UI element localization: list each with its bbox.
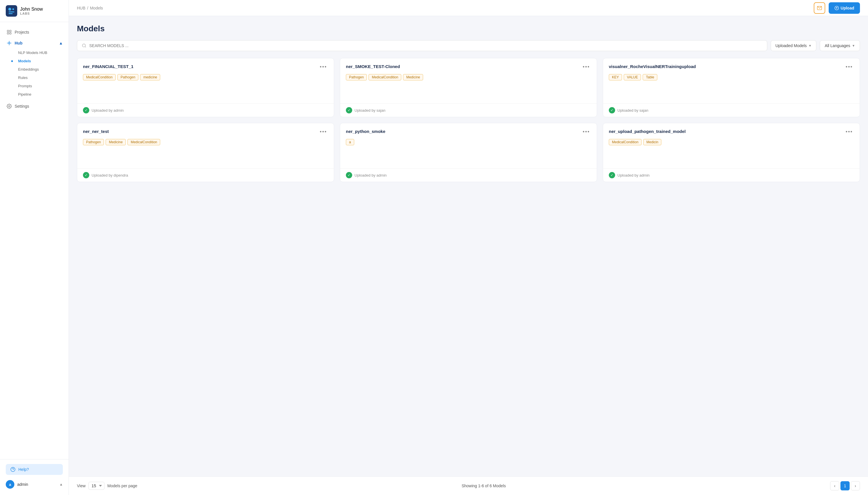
card-menu-button[interactable]: •••	[845, 129, 854, 135]
card-tags: KEYVALUETable	[609, 74, 854, 80]
model-card: ner_upload_pathogen_trained_model ••• Me…	[603, 123, 860, 182]
tag: Pathogen	[346, 74, 367, 80]
svg-rect-3	[8, 12, 14, 12]
card-menu-button[interactable]: •••	[318, 129, 328, 135]
sidebar-item-models-label: Models	[18, 59, 31, 63]
card-body: ner_FINANCIAL_TEST_1 ••• MedicalConditio…	[77, 58, 334, 103]
filter1-chevron-icon: ▼	[808, 44, 812, 47]
tag: Medicin	[643, 139, 661, 145]
logo-snow: Snow	[31, 6, 43, 12]
uploaded-by: Uploaded by dipendra	[91, 173, 128, 177]
card-footer: ✓ Uploaded by admin	[77, 103, 334, 117]
model-card: ner_FINANCIAL_TEST_1 ••• MedicalConditio…	[77, 58, 334, 117]
uploaded-models-filter[interactable]: Uploaded Models ▼	[771, 40, 817, 51]
sidebar-item-settings-label: Settings	[15, 104, 29, 108]
status-icon: ✓	[346, 107, 352, 114]
logo-icon	[6, 5, 17, 17]
toolbar: Uploaded Models ▼ All Languages ▼	[77, 40, 860, 51]
search-box	[77, 40, 767, 51]
status-icon: ✓	[83, 172, 89, 178]
card-spacer	[83, 145, 328, 163]
help-label: Help?	[18, 467, 29, 472]
tag: KEY	[609, 74, 622, 80]
card-title: ner_SMOKE_TEST-Cloned	[346, 64, 581, 69]
per-page-section: View 15 10 25 50 Models per page	[77, 482, 137, 490]
uploaded-by: Uploaded by sajan	[618, 108, 648, 113]
sidebar-item-models[interactable]: Models	[10, 57, 69, 65]
svg-point-20	[82, 44, 86, 47]
page-buttons: ‹ 1 ›	[830, 481, 860, 490]
help-icon	[10, 467, 16, 472]
card-menu-button[interactable]: •••	[581, 64, 591, 70]
card-spacer	[609, 80, 854, 98]
pagination-bar: View 15 10 25 50 Models per page Showing…	[69, 476, 868, 495]
user-chevron-icon: ▲	[59, 482, 63, 487]
card-footer: ✓ Uploaded by sajan	[603, 103, 860, 117]
all-languages-filter[interactable]: All Languages ▼	[820, 40, 860, 51]
card-menu-button[interactable]: •••	[318, 64, 328, 70]
card-body: ner_SMOKE_TEST-Cloned ••• PathogenMedica…	[340, 58, 597, 103]
status-icon: ✓	[346, 172, 352, 178]
card-body: ner_python_smoke ••• a	[340, 123, 597, 168]
tag: medicine	[140, 74, 160, 80]
card-menu-button[interactable]: •••	[845, 64, 854, 70]
sidebar-item-projects[interactable]: Projects	[0, 27, 69, 38]
card-tags: MedicalConditionPathogenmedicine	[83, 74, 328, 80]
card-menu-button[interactable]: •••	[581, 129, 591, 135]
sidebar-item-embeddings[interactable]: Embeddings	[10, 65, 69, 73]
breadcrumb: HUB / Models	[77, 6, 103, 10]
tag: Pathogen	[117, 74, 138, 80]
sidebar-item-prompts-label: Prompts	[18, 84, 32, 88]
user-avatar: a	[6, 480, 14, 489]
topbar-actions: Upload	[814, 2, 860, 14]
model-card: ner_python_smoke ••• a ✓ Uploaded by adm…	[340, 123, 597, 182]
model-grid: ner_FINANCIAL_TEST_1 ••• MedicalConditio…	[77, 58, 860, 182]
upload-label: Upload	[841, 6, 854, 10]
prev-page-button[interactable]: ‹	[830, 481, 839, 490]
sidebar-item-nlp-models-hub[interactable]: NLP Models HUB	[10, 49, 69, 57]
next-page-button[interactable]: ›	[851, 481, 860, 490]
page-1-button[interactable]: 1	[840, 481, 850, 490]
svg-rect-4	[8, 13, 13, 14]
card-tags: a	[346, 139, 591, 145]
help-button[interactable]: Help?	[6, 464, 63, 475]
tag: MedicalCondition	[609, 139, 642, 145]
card-footer: ✓ Uploaded by sajan	[340, 103, 597, 117]
svg-point-1	[8, 8, 11, 11]
sidebar-item-hub[interactable]: Hub ▲	[0, 38, 69, 49]
uploaded-models-label: Uploaded Models	[776, 44, 807, 48]
uploaded-by: Uploaded by admin	[91, 108, 124, 113]
page-title: Models	[77, 24, 860, 33]
model-card: ner_SMOKE_TEST-Cloned ••• PathogenMedica…	[340, 58, 597, 117]
breadcrumb-hub[interactable]: HUB	[77, 6, 86, 10]
uploaded-by: Uploaded by admin	[618, 173, 649, 177]
svg-rect-0	[6, 5, 17, 17]
card-body: ner_upload_pathogen_trained_model ••• Me…	[603, 123, 860, 168]
card-title: ner_ner_test	[83, 129, 318, 134]
email-icon	[817, 5, 822, 11]
card-spacer	[609, 145, 854, 163]
tag: MedicalCondition	[127, 139, 160, 145]
svg-point-9	[8, 42, 10, 44]
card-header: ner_ner_test •••	[83, 129, 328, 135]
tag: Table	[643, 74, 657, 80]
card-tags: PathogenMedicalConditionMedicine	[346, 74, 591, 80]
card-footer: ✓ Uploaded by dipendra	[77, 168, 334, 182]
sidebar-bottom: Help? a admin ▲	[0, 459, 69, 495]
per-page-select[interactable]: 15 10 25 50	[88, 482, 104, 490]
tag: Pathogen	[83, 139, 104, 145]
search-icon	[82, 44, 86, 48]
user-row[interactable]: a admin ▲	[6, 478, 63, 490]
hub-icon	[6, 40, 12, 46]
card-spacer	[346, 145, 591, 163]
card-body: visualner_RocheVisualNERTrainingupload •…	[603, 58, 860, 103]
svg-line-21	[85, 47, 86, 47]
sidebar-item-prompts[interactable]: Prompts	[10, 82, 69, 90]
hub-subnav: NLP Models HUB Models Embeddings Rules P…	[0, 49, 69, 99]
sidebar-item-settings[interactable]: Settings	[0, 101, 69, 112]
search-input[interactable]	[89, 44, 762, 48]
sidebar-item-rules[interactable]: Rules	[10, 73, 69, 82]
email-button[interactable]	[814, 2, 825, 14]
sidebar-item-pipeline[interactable]: Pipeline	[10, 90, 69, 99]
upload-button[interactable]: Upload	[829, 2, 860, 14]
